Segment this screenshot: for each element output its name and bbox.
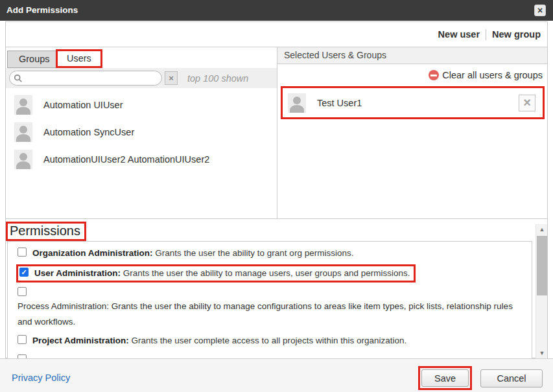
dialog-title: Add Permissions	[6, 0, 78, 20]
tabs: Groups Users	[6, 47, 277, 68]
permissions-heading-highlight: Permissions	[6, 222, 86, 241]
save-button-highlight: Save	[418, 366, 472, 390]
user-name: Automation SyncUser	[43, 127, 134, 137]
clear-all-icon	[429, 70, 439, 80]
remove-user-icon[interactable]: ×	[519, 95, 535, 111]
tab-groups[interactable]: Groups	[7, 51, 62, 68]
permission-label: User Administration:	[34, 268, 121, 278]
permissions-scrollbar[interactable]: ▲ ▼	[535, 224, 547, 359]
user-avatar-icon	[14, 150, 32, 169]
privacy-policy-link[interactable]: Privacy Policy	[12, 373, 70, 383]
users-panel: Groups Users × top 100 shown Automation …	[6, 47, 277, 218]
permission-row-process-administration: Process Administration: Grants the user …	[18, 287, 522, 330]
checkbox-user-administration[interactable]: ✓	[19, 268, 29, 277]
dialog-titlebar: Add Permissions ×	[0, 0, 553, 21]
permission-row-organization-administration: Organization Administration: Grants the …	[18, 248, 522, 259]
new-user-link[interactable]: New user	[438, 29, 480, 40]
dialog-footer: Privacy Policy Save Cancel	[0, 358, 553, 392]
search-field[interactable]	[9, 71, 162, 86]
scroll-down-icon[interactable]: ▼	[536, 348, 547, 359]
picker-panels: Groups Users × top 100 shown Automation …	[6, 47, 547, 219]
clear-all-button[interactable]: Clear all users & groups	[277, 64, 547, 86]
search-hint: top 100 shown	[187, 73, 248, 84]
checkbox-project-administration[interactable]	[18, 335, 27, 344]
toolbar-separator	[486, 29, 486, 40]
list-item[interactable]: Automation UIUser	[6, 91, 277, 119]
new-group-link[interactable]: New group	[492, 29, 541, 40]
user-name: AutomationUIUser2 AutomationUIUser2	[43, 154, 209, 165]
permissions-heading: Permissions	[10, 224, 80, 238]
tab-users[interactable]: Users	[56, 49, 102, 68]
permission-desc: Grants the user the ability to manage us…	[123, 268, 410, 278]
user-avatar-icon	[14, 122, 32, 142]
dialog-body: New user New group Groups Users ×	[5, 21, 548, 358]
search-input[interactable]	[26, 73, 161, 84]
clear-all-label: Clear all users & groups	[442, 70, 543, 80]
list-item[interactable]: AutomationUIUser2 AutomationUIUser2	[6, 146, 277, 173]
checkbox-organization-administration[interactable]	[18, 248, 27, 257]
cancel-button[interactable]: Cancel	[480, 369, 543, 387]
user-list: Automation UIUser Automation SyncUser Au…	[6, 88, 277, 218]
permission-row-project-administration: Project Administration: Grants the user …	[18, 335, 522, 347]
user-name: Automation UIUser	[43, 100, 123, 110]
search-bar: × top 100 shown	[6, 68, 277, 88]
permission-row-user-administration: ✓ User Administration: Grants the user t…	[16, 264, 416, 282]
toolbar: New user New group	[6, 22, 547, 47]
permission-label: Process Administration:	[18, 301, 109, 311]
clear-search-icon[interactable]: ×	[165, 71, 178, 85]
permission-desc: Grants the user the ability to grant org…	[155, 248, 353, 258]
selected-panel-header: Selected Users & Groups	[277, 47, 547, 64]
selected-panel: Selected Users & Groups Clear all users …	[277, 47, 547, 218]
permission-label: Organization Administration:	[32, 248, 153, 258]
scroll-up-icon[interactable]: ▲	[536, 224, 547, 235]
selected-user-name: Test User1	[317, 98, 362, 108]
user-avatar-icon	[288, 93, 306, 113]
permission-desc: Grants the user complete access to all p…	[132, 336, 407, 345]
selected-user-row[interactable]: Test User1 ×	[281, 86, 545, 119]
permission-label: Project Administration:	[32, 336, 129, 345]
close-icon[interactable]: ×	[534, 5, 546, 16]
scrollbar-thumb[interactable]	[537, 236, 547, 295]
user-avatar-icon	[14, 95, 32, 115]
permissions-list: Organization Administration: Grants the …	[7, 241, 532, 359]
list-item[interactable]: Automation SyncUser	[6, 119, 277, 146]
save-button[interactable]: Save	[421, 369, 469, 387]
checkbox-process-administration[interactable]	[18, 287, 27, 296]
search-icon	[14, 74, 23, 83]
permissions-section: Permissions Organization Administration:…	[6, 219, 547, 359]
